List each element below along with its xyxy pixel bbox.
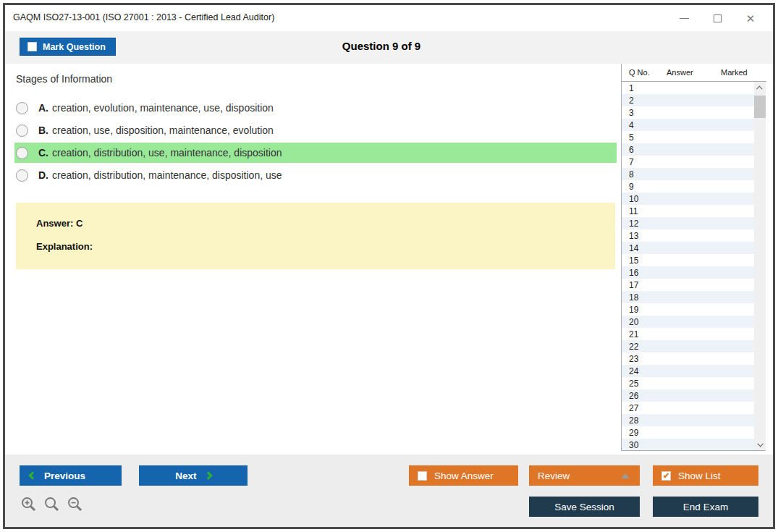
- end-exam-label: End Exam: [683, 502, 728, 512]
- question-list-row[interactable]: 16: [622, 266, 754, 279]
- option-text: creation, use, disposition, maintenance,…: [52, 124, 274, 136]
- radio-button[interactable]: [16, 102, 28, 114]
- exam-window: GAQM ISO27-13-001 (ISO 27001 : 2013 - Ce…: [3, 3, 775, 529]
- question-list-row[interactable]: 8: [622, 168, 754, 180]
- review-label: Review: [538, 470, 570, 481]
- question-list-row[interactable]: 7: [622, 156, 754, 168]
- question-list-row[interactable]: 25: [622, 377, 754, 389]
- option-row-c[interactable]: C.creation, distribution, use, maintenan…: [14, 143, 617, 163]
- options-list: A.creation, evolution, maintenance, use,…: [14, 98, 617, 187]
- show-answer-button[interactable]: Show Answer: [409, 465, 518, 486]
- question-list-row[interactable]: 9: [622, 180, 754, 193]
- option-row-d[interactable]: D.creation, distribution, maintenance, d…: [14, 165, 617, 185]
- scroll-up-button[interactable]: [754, 82, 766, 94]
- question-list-row[interactable]: 30: [622, 439, 754, 451]
- option-row-a[interactable]: A.creation, evolution, maintenance, use,…: [14, 98, 617, 118]
- show-answer-label: Show Answer: [434, 470, 494, 481]
- review-dropdown[interactable]: Review: [529, 465, 640, 486]
- window-title: GAQM ISO27-13-001 (ISO 27001 : 2013 - Ce…: [13, 12, 274, 22]
- show-answer-checkbox[interactable]: [418, 471, 427, 481]
- column-header-qno: Q No.: [629, 68, 650, 77]
- question-list-scrollbar[interactable]: [754, 82, 766, 451]
- question-list-row[interactable]: 28: [622, 414, 754, 426]
- show-list-button[interactable]: ✔ Show List: [653, 465, 758, 486]
- explanation-label: Explanation:: [36, 241, 615, 252]
- title-bar: GAQM ISO27-13-001 (ISO 27001 : 2013 - Ce…: [5, 5, 773, 31]
- chevron-right-icon: [204, 471, 212, 479]
- question-list-header: Q No. Answer Marked: [622, 64, 766, 82]
- answer-box: Answer: C Explanation:: [16, 203, 615, 269]
- chevron-up-icon: [756, 85, 762, 91]
- option-text: creation, evolution, maintenance, use, d…: [52, 102, 274, 114]
- minimize-button[interactable]: [667, 7, 701, 29]
- question-list-row[interactable]: 21: [622, 328, 754, 340]
- next-label: Next: [175, 470, 196, 481]
- maximize-button[interactable]: [701, 7, 734, 29]
- radio-button[interactable]: [16, 169, 28, 182]
- question-list-panel: Q No. Answer Marked 12345678910111213141…: [621, 64, 766, 451]
- question-list-row[interactable]: 1: [622, 82, 754, 94]
- scroll-down-button[interactable]: [754, 438, 766, 450]
- zoom-toolbar: [20, 496, 84, 513]
- option-text: creation, distribution, maintenance, dis…: [52, 169, 282, 181]
- save-session-button[interactable]: Save Session: [529, 497, 640, 517]
- question-list-body: 1234567891011121314151617181920212223242…: [622, 82, 754, 451]
- option-letter: D.: [38, 169, 48, 181]
- show-list-label: Show List: [678, 470, 721, 481]
- option-letter: C.: [38, 147, 48, 159]
- question-list-row[interactable]: 19: [622, 303, 754, 316]
- question-list-row[interactable]: 17: [622, 279, 754, 291]
- show-list-checkbox[interactable]: ✔: [661, 471, 671, 481]
- question-list-row[interactable]: 15: [622, 254, 754, 266]
- window-controls: ✕: [667, 5, 767, 31]
- answer-label: Answer: C: [36, 218, 615, 229]
- end-exam-button[interactable]: End Exam: [653, 497, 758, 517]
- question-text: Stages of Information: [16, 73, 112, 85]
- footer-bar: Previous Next Show Answer Review ✔ Show …: [5, 455, 773, 527]
- option-text: creation, distribution, use, maintenance…: [52, 147, 282, 159]
- question-list-row[interactable]: 6: [622, 143, 754, 156]
- zoom-out-icon[interactable]: [67, 496, 84, 513]
- option-row-b[interactable]: B.creation, use, disposition, maintenanc…: [14, 120, 617, 140]
- question-list-row[interactable]: 27: [622, 402, 754, 414]
- previous-label: Previous: [44, 470, 85, 481]
- question-list-row[interactable]: 22: [622, 340, 754, 352]
- check-icon: ✔: [663, 472, 669, 480]
- minimize-icon: [680, 18, 689, 19]
- maximize-icon: [714, 14, 722, 22]
- question-list-row[interactable]: 23: [622, 352, 754, 365]
- zoom-in-icon[interactable]: [20, 496, 38, 513]
- radio-button[interactable]: [16, 147, 28, 159]
- radio-button[interactable]: [16, 124, 28, 137]
- next-button[interactable]: Next: [139, 465, 248, 486]
- option-letter: A.: [38, 102, 48, 114]
- main-content: Stages of Information A.creation, evolut…: [5, 64, 773, 455]
- question-list-row[interactable]: 24: [622, 365, 754, 377]
- question-list-row[interactable]: 29: [622, 426, 754, 439]
- option-letter: B.: [38, 124, 48, 136]
- question-list-row[interactable]: 12: [622, 217, 754, 229]
- question-list-row[interactable]: 4: [622, 119, 754, 131]
- question-list-row[interactable]: 13: [622, 229, 754, 242]
- question-list-row[interactable]: 18: [622, 291, 754, 303]
- mark-question-label: Mark Question: [43, 42, 106, 52]
- question-list-row[interactable]: 10: [622, 193, 754, 205]
- dropdown-arrow-icon: [621, 473, 630, 478]
- scrollbar-thumb[interactable]: [754, 96, 766, 118]
- question-list-row[interactable]: 5: [622, 131, 754, 143]
- question-list-row[interactable]: 3: [622, 106, 754, 119]
- save-session-label: Save Session: [554, 502, 614, 512]
- question-header-band: Question 9 of 9 Mark Question: [5, 31, 773, 64]
- question-list-row[interactable]: 2: [622, 94, 754, 106]
- zoom-reset-icon[interactable]: [43, 496, 61, 513]
- question-list-row[interactable]: 14: [622, 242, 754, 254]
- question-counter: Question 9 of 9: [5, 40, 758, 52]
- question-list-row[interactable]: 11: [622, 205, 754, 217]
- question-list-row[interactable]: 20: [622, 316, 754, 328]
- previous-button[interactable]: Previous: [20, 465, 122, 486]
- question-list-row[interactable]: 26: [622, 389, 754, 402]
- column-header-marked: Marked: [721, 68, 748, 77]
- mark-question-checkbox[interactable]: [28, 42, 37, 51]
- close-button[interactable]: ✕: [734, 7, 767, 29]
- mark-question-button[interactable]: Mark Question: [20, 38, 116, 56]
